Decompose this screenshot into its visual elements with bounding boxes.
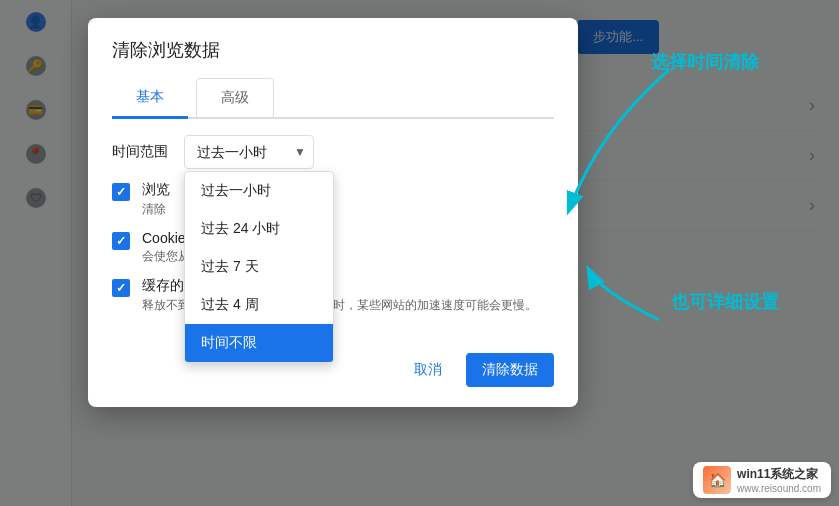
clear-data-dialog: 清除浏览数据 基本 高级 时间范围 过去一小时 过去 24 小时 过去 7 天 …	[88, 18, 578, 407]
time-range-dropdown: 过去一小时 过去 24 小时 过去 7 天 过去 4 周 时间不限	[184, 171, 334, 363]
watermark-logo: 🏠	[703, 466, 731, 494]
dialog-header: 清除浏览数据 基本 高级	[88, 18, 578, 119]
dialog-tabs: 基本 高级	[112, 78, 554, 119]
dialog-title: 清除浏览数据	[112, 38, 554, 62]
dialog-body: 时间范围 过去一小时 过去 24 小时 过去 7 天 过去 4 周 时间不限 ▼…	[88, 119, 578, 341]
dropdown-item-1hour[interactable]: 过去一小时	[185, 172, 333, 210]
tab-advanced[interactable]: 高级	[196, 78, 274, 119]
annotation-advanced: 也可详细设置	[671, 290, 779, 314]
annotation-time: 选择时间清除	[651, 50, 759, 74]
time-range-row: 时间范围 过去一小时 过去 24 小时 过去 7 天 过去 4 周 时间不限 ▼…	[112, 135, 554, 169]
dropdown-item-4weeks[interactable]: 过去 4 周	[185, 286, 333, 324]
dropdown-item-alltime[interactable]: 时间不限	[185, 324, 333, 362]
clear-data-button[interactable]: 清除数据	[466, 353, 554, 387]
watermark: 🏠 win11系统之家 www.reisound.com	[693, 462, 831, 498]
watermark-site: win11系统之家	[737, 466, 821, 483]
tab-basic[interactable]: 基本	[112, 78, 188, 119]
checkbox-browsing-input[interactable]: ✓	[112, 183, 130, 201]
dropdown-item-24hour[interactable]: 过去 24 小时	[185, 210, 333, 248]
annotation-advanced-text: 也可详细设置	[671, 292, 779, 312]
watermark-url: www.reisound.com	[737, 483, 821, 494]
checkbox-cookies-input[interactable]: ✓	[112, 232, 130, 250]
time-range-label: 时间范围	[112, 143, 168, 161]
annotation-time-text: 选择时间清除	[651, 52, 759, 72]
dropdown-item-7days[interactable]: 过去 7 天	[185, 248, 333, 286]
checkbox-cache-input[interactable]: ✓	[112, 279, 130, 297]
time-range-select-wrapper: 过去一小时 过去 24 小时 过去 7 天 过去 4 周 时间不限 ▼ 过去一小…	[184, 135, 314, 169]
time-range-select[interactable]: 过去一小时 过去 24 小时 过去 7 天 过去 4 周 时间不限	[184, 135, 314, 169]
cancel-button[interactable]: 取消	[398, 353, 458, 387]
